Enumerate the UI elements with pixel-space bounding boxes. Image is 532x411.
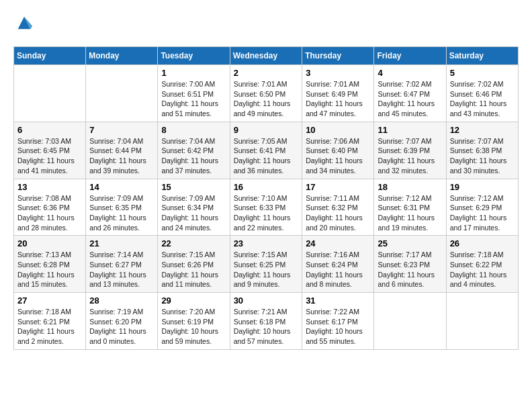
calendar-cell: 24Sunrise: 7:16 AM Sunset: 6:24 PM Dayli… bbox=[302, 236, 374, 293]
day-number: 14 bbox=[89, 182, 154, 192]
calendar-cell: 22Sunrise: 7:15 AM Sunset: 6:26 PM Dayli… bbox=[158, 236, 230, 293]
calendar-cell: 21Sunrise: 7:14 AM Sunset: 6:27 PM Dayli… bbox=[86, 236, 158, 293]
day-number: 19 bbox=[450, 182, 515, 192]
day-info: Sunrise: 7:00 AM Sunset: 6:51 PM Dayligh… bbox=[161, 79, 226, 119]
day-info: Sunrise: 7:07 AM Sunset: 6:39 PM Dayligh… bbox=[378, 136, 442, 176]
day-info: Sunrise: 7:03 AM Sunset: 6:45 PM Dayligh… bbox=[17, 136, 82, 176]
calendar-cell: 10Sunrise: 7:06 AM Sunset: 6:40 PM Dayli… bbox=[302, 122, 374, 179]
day-number: 23 bbox=[234, 238, 299, 248]
calendar-cell: 31Sunrise: 7:22 AM Sunset: 6:17 PM Dayli… bbox=[302, 293, 374, 350]
logo-icon bbox=[15, 13, 34, 32]
day-info: Sunrise: 7:22 AM Sunset: 6:17 PM Dayligh… bbox=[306, 307, 370, 347]
calendar-cell: 3Sunrise: 7:01 AM Sunset: 6:49 PM Daylig… bbox=[302, 65, 374, 122]
day-number: 5 bbox=[450, 68, 515, 78]
weekday-header-tuesday: Tuesday bbox=[158, 47, 230, 65]
calendar-cell: 12Sunrise: 7:07 AM Sunset: 6:38 PM Dayli… bbox=[446, 122, 518, 179]
calendar-week-row: 6Sunrise: 7:03 AM Sunset: 6:45 PM Daylig… bbox=[14, 122, 519, 179]
calendar-cell: 19Sunrise: 7:12 AM Sunset: 6:29 PM Dayli… bbox=[446, 179, 518, 236]
day-number: 12 bbox=[450, 125, 515, 135]
day-number: 8 bbox=[161, 125, 226, 135]
day-number: 24 bbox=[306, 238, 370, 248]
day-number: 6 bbox=[17, 125, 82, 135]
day-info: Sunrise: 7:18 AM Sunset: 6:21 PM Dayligh… bbox=[17, 307, 82, 347]
day-number: 25 bbox=[378, 238, 442, 248]
day-info: Sunrise: 7:01 AM Sunset: 6:49 PM Dayligh… bbox=[306, 79, 370, 119]
day-info: Sunrise: 7:16 AM Sunset: 6:24 PM Dayligh… bbox=[306, 250, 370, 289]
day-number: 10 bbox=[306, 125, 370, 135]
calendar-cell: 11Sunrise: 7:07 AM Sunset: 6:39 PM Dayli… bbox=[374, 122, 446, 179]
calendar-cell: 9Sunrise: 7:05 AM Sunset: 6:41 PM Daylig… bbox=[230, 122, 302, 179]
weekday-header-friday: Friday bbox=[374, 47, 446, 65]
day-info: Sunrise: 7:01 AM Sunset: 6:50 PM Dayligh… bbox=[234, 79, 299, 119]
calendar-week-row: 27Sunrise: 7:18 AM Sunset: 6:21 PM Dayli… bbox=[14, 293, 519, 350]
day-number: 22 bbox=[161, 238, 226, 248]
day-number: 28 bbox=[89, 295, 154, 306]
day-info: Sunrise: 7:05 AM Sunset: 6:41 PM Dayligh… bbox=[234, 136, 299, 176]
calendar-cell: 29Sunrise: 7:20 AM Sunset: 6:19 PM Dayli… bbox=[158, 293, 230, 350]
day-number: 3 bbox=[306, 68, 370, 78]
day-number: 9 bbox=[234, 125, 299, 135]
calendar-cell: 7Sunrise: 7:04 AM Sunset: 6:44 PM Daylig… bbox=[86, 122, 158, 179]
weekday-header-row: SundayMondayTuesdayWednesdayThursdayFrid… bbox=[14, 47, 519, 65]
day-info: Sunrise: 7:18 AM Sunset: 6:22 PM Dayligh… bbox=[450, 250, 515, 289]
calendar-cell: 4Sunrise: 7:02 AM Sunset: 6:47 PM Daylig… bbox=[374, 65, 446, 122]
day-number: 15 bbox=[161, 182, 226, 192]
calendar-week-row: 13Sunrise: 7:08 AM Sunset: 6:36 PM Dayli… bbox=[14, 179, 519, 236]
day-number: 20 bbox=[17, 238, 82, 248]
day-info: Sunrise: 7:02 AM Sunset: 6:47 PM Dayligh… bbox=[378, 79, 442, 119]
calendar-cell: 15Sunrise: 7:09 AM Sunset: 6:34 PM Dayli… bbox=[158, 179, 230, 236]
page-header bbox=[13, 13, 519, 36]
weekday-header-monday: Monday bbox=[86, 47, 158, 65]
calendar-cell: 26Sunrise: 7:18 AM Sunset: 6:22 PM Dayli… bbox=[446, 236, 518, 293]
weekday-header-thursday: Thursday bbox=[302, 47, 374, 65]
calendar-cell: 2Sunrise: 7:01 AM Sunset: 6:50 PM Daylig… bbox=[230, 65, 302, 122]
day-info: Sunrise: 7:02 AM Sunset: 6:46 PM Dayligh… bbox=[450, 79, 515, 119]
calendar-week-row: 20Sunrise: 7:13 AM Sunset: 6:28 PM Dayli… bbox=[14, 236, 519, 293]
day-info: Sunrise: 7:09 AM Sunset: 6:35 PM Dayligh… bbox=[89, 193, 154, 233]
day-info: Sunrise: 7:11 AM Sunset: 6:32 PM Dayligh… bbox=[306, 193, 370, 233]
calendar-table: SundayMondayTuesdayWednesdayThursdayFrid… bbox=[13, 46, 519, 350]
calendar-week-row: 1Sunrise: 7:00 AM Sunset: 6:51 PM Daylig… bbox=[14, 65, 519, 122]
day-info: Sunrise: 7:15 AM Sunset: 6:25 PM Dayligh… bbox=[234, 250, 299, 289]
calendar-cell: 18Sunrise: 7:12 AM Sunset: 6:31 PM Dayli… bbox=[374, 179, 446, 236]
logo bbox=[13, 13, 34, 36]
calendar-cell: 28Sunrise: 7:19 AM Sunset: 6:20 PM Dayli… bbox=[86, 293, 158, 350]
day-number: 17 bbox=[306, 182, 370, 192]
day-info: Sunrise: 7:20 AM Sunset: 6:19 PM Dayligh… bbox=[161, 307, 226, 347]
calendar-cell: 5Sunrise: 7:02 AM Sunset: 6:46 PM Daylig… bbox=[446, 65, 518, 122]
weekday-header-sunday: Sunday bbox=[14, 47, 86, 65]
calendar-cell: 30Sunrise: 7:21 AM Sunset: 6:18 PM Dayli… bbox=[230, 293, 302, 350]
day-number: 18 bbox=[378, 182, 442, 192]
day-info: Sunrise: 7:14 AM Sunset: 6:27 PM Dayligh… bbox=[89, 250, 154, 289]
calendar-cell: 17Sunrise: 7:11 AM Sunset: 6:32 PM Dayli… bbox=[302, 179, 374, 236]
day-number: 2 bbox=[234, 68, 299, 78]
calendar-cell: 27Sunrise: 7:18 AM Sunset: 6:21 PM Dayli… bbox=[14, 293, 86, 350]
day-info: Sunrise: 7:17 AM Sunset: 6:23 PM Dayligh… bbox=[378, 250, 442, 289]
calendar-cell: 1Sunrise: 7:00 AM Sunset: 6:51 PM Daylig… bbox=[158, 65, 230, 122]
day-info: Sunrise: 7:10 AM Sunset: 6:33 PM Dayligh… bbox=[234, 193, 299, 233]
calendar-cell: 13Sunrise: 7:08 AM Sunset: 6:36 PM Dayli… bbox=[14, 179, 86, 236]
day-info: Sunrise: 7:21 AM Sunset: 6:18 PM Dayligh… bbox=[234, 307, 299, 347]
calendar-cell bbox=[86, 65, 158, 122]
day-number: 13 bbox=[17, 182, 82, 192]
day-info: Sunrise: 7:06 AM Sunset: 6:40 PM Dayligh… bbox=[306, 136, 370, 176]
day-number: 27 bbox=[17, 295, 82, 306]
day-number: 29 bbox=[161, 295, 226, 306]
day-info: Sunrise: 7:15 AM Sunset: 6:26 PM Dayligh… bbox=[161, 250, 226, 289]
weekday-header-saturday: Saturday bbox=[446, 47, 518, 65]
day-number: 11 bbox=[378, 125, 442, 135]
day-info: Sunrise: 7:04 AM Sunset: 6:44 PM Dayligh… bbox=[89, 136, 154, 176]
day-info: Sunrise: 7:13 AM Sunset: 6:28 PM Dayligh… bbox=[17, 250, 82, 289]
calendar-cell: 8Sunrise: 7:04 AM Sunset: 6:42 PM Daylig… bbox=[158, 122, 230, 179]
day-info: Sunrise: 7:08 AM Sunset: 6:36 PM Dayligh… bbox=[17, 193, 82, 233]
calendar-cell: 14Sunrise: 7:09 AM Sunset: 6:35 PM Dayli… bbox=[86, 179, 158, 236]
day-info: Sunrise: 7:12 AM Sunset: 6:29 PM Dayligh… bbox=[450, 193, 515, 233]
day-number: 21 bbox=[89, 238, 154, 248]
calendar-cell: 16Sunrise: 7:10 AM Sunset: 6:33 PM Dayli… bbox=[230, 179, 302, 236]
day-info: Sunrise: 7:04 AM Sunset: 6:42 PM Dayligh… bbox=[161, 136, 226, 176]
calendar-cell bbox=[446, 293, 518, 350]
day-number: 4 bbox=[378, 68, 442, 78]
day-number: 7 bbox=[89, 125, 154, 135]
day-number: 31 bbox=[306, 295, 370, 306]
weekday-header-wednesday: Wednesday bbox=[230, 47, 302, 65]
